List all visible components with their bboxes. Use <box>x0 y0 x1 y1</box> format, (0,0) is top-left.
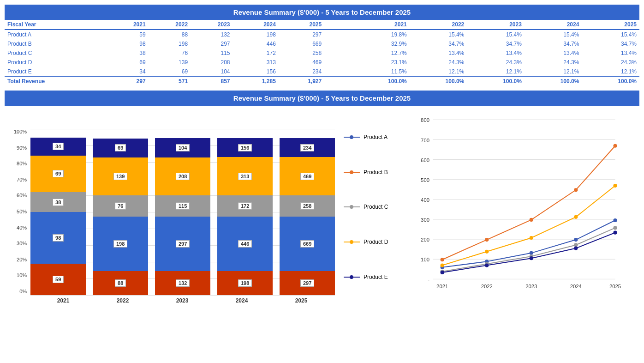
total-label: Total Revenue <box>5 77 106 86</box>
bar-segment-label: 258 <box>300 202 314 210</box>
svg-text:700: 700 <box>421 138 429 143</box>
product-value: 88 <box>149 30 191 39</box>
product-value: 132 <box>191 30 233 39</box>
svg-point-51 <box>574 215 578 219</box>
legend-label-a: Product A <box>364 134 388 140</box>
total-value: 1,927 <box>279 77 324 86</box>
col-header-pct-2025: 2025 <box>582 20 639 30</box>
bar-segment: 132 <box>155 271 210 295</box>
svg-point-42 <box>613 144 617 148</box>
legend-item-e: Product E <box>344 274 390 280</box>
bar-segment: 34 <box>30 138 86 156</box>
product-pct: 15.4% <box>410 30 467 39</box>
y-label-20: 20% <box>14 257 27 262</box>
bar-segment-label: 313 <box>238 173 252 180</box>
svg-point-46 <box>574 243 578 247</box>
svg-point-47 <box>613 226 617 230</box>
bar-segment-label: 297 <box>176 240 190 248</box>
total-pct: 100.0% <box>352 77 410 86</box>
bar-segment-label: 38 <box>53 199 64 206</box>
svg-point-35 <box>530 251 533 255</box>
bar-segment: 139 <box>93 157 148 196</box>
bar-group: 198446172313156 <box>217 138 273 295</box>
svg-point-48 <box>441 263 444 267</box>
svg-text:2021: 2021 <box>436 284 448 289</box>
legend-label-c: Product C <box>364 204 388 210</box>
product-value: 115 <box>191 48 233 58</box>
line-chart-container: 800 700 600 500 400 300 200 100 - <box>397 110 639 304</box>
y-label-30: 30% <box>14 241 27 246</box>
y-label-60: 60% <box>14 193 27 198</box>
bar-segment: 469 <box>280 157 335 195</box>
bar-segment: 297 <box>280 271 335 295</box>
product-value: 669 <box>279 39 324 48</box>
product-pct: 15.4% <box>467 30 525 39</box>
svg-text:2024: 2024 <box>570 284 582 289</box>
bar-chart-wrapper: 100% 90% 80% 70% 60% 50% 40% 30% 20% 10%… <box>5 106 337 309</box>
legend-item-a: Product A <box>344 134 390 140</box>
charts-container: 100% 90% 80% 70% 60% 50% 40% 30% 20% 10%… <box>5 106 639 309</box>
bar-segment: 69 <box>30 156 86 192</box>
svg-point-7 <box>350 240 353 244</box>
svg-point-5 <box>350 205 353 209</box>
legend: Product A Product B Product C Product D <box>337 110 397 304</box>
bar-segment: 258 <box>280 195 335 217</box>
bar-segment: 76 <box>93 195 148 216</box>
product-pct: 19.8% <box>352 30 410 39</box>
bar-segment-label: 88 <box>115 279 126 287</box>
product-pct: 34.7% <box>525 39 582 48</box>
svg-point-56 <box>574 246 578 250</box>
bar-segment: 172 <box>217 195 273 217</box>
svg-point-40 <box>530 218 533 222</box>
svg-point-41 <box>574 188 578 192</box>
total-pct: 100.0% <box>410 77 467 86</box>
legend-item-c: Product C <box>344 204 390 210</box>
y-label-70: 70% <box>14 177 27 182</box>
product-value: 38 <box>106 48 148 58</box>
product-value: 59 <box>106 30 148 39</box>
svg-text:100: 100 <box>421 257 429 262</box>
table-section: Revenue Summary ($'000) - 5 Years to Dec… <box>5 5 639 86</box>
bar-segment: 234 <box>280 138 335 157</box>
bar-segment-label: 446 <box>238 240 252 248</box>
y-label-50: 50% <box>14 209 27 214</box>
svg-point-54 <box>485 263 489 267</box>
charts-section: Revenue Summary ($'000) - 5 Years to Dec… <box>5 91 639 309</box>
product-name: Product C <box>5 48 106 58</box>
bar-segment-label: 98 <box>53 234 64 242</box>
product-value: 98 <box>106 39 148 48</box>
bar-group: 5998386934 <box>30 138 86 295</box>
product-pct: 34.7% <box>582 39 639 48</box>
col-header-pct-2021: 2021 <box>352 20 410 30</box>
product-value: 297 <box>279 30 324 39</box>
line-chart-svg: 800 700 600 500 400 300 200 100 - <box>401 115 635 290</box>
bar-segment: 156 <box>217 138 273 157</box>
product-pct: 11.5% <box>352 67 410 77</box>
product-pct: 15.4% <box>582 30 639 39</box>
bar-segment: 59 <box>30 264 86 295</box>
bar-segment: 104 <box>155 138 210 157</box>
legend-item-b: Product B <box>344 169 390 175</box>
bar-segment-label: 132 <box>176 279 190 287</box>
svg-text:2025: 2025 <box>609 284 621 289</box>
svg-text:300: 300 <box>421 217 429 223</box>
bar-segment-label: 59 <box>53 276 64 283</box>
bar-x-label: 2024 <box>215 297 268 304</box>
product-value: 198 <box>233 30 279 39</box>
bar-segment: 88 <box>93 271 148 295</box>
table-title: Revenue Summary ($'000) - 5 Years to Dec… <box>5 5 639 20</box>
product-pct: 24.3% <box>410 58 467 67</box>
product-pct: 12.7% <box>352 48 410 58</box>
col-header-2022: 2022 <box>149 20 191 30</box>
bar-segment-label: 34 <box>53 143 64 150</box>
svg-text:2022: 2022 <box>481 284 493 289</box>
y-label-10: 10% <box>14 272 27 278</box>
total-pct: 100.0% <box>467 77 525 86</box>
total-pct: 100.0% <box>582 77 639 86</box>
product-value: 172 <box>233 48 279 58</box>
bar-segment: 669 <box>280 217 335 271</box>
product-name: Product B <box>5 39 106 48</box>
bar-segment-label: 198 <box>238 279 252 287</box>
y-label-100: 100% <box>14 129 27 134</box>
bar-segment: 446 <box>217 217 273 271</box>
